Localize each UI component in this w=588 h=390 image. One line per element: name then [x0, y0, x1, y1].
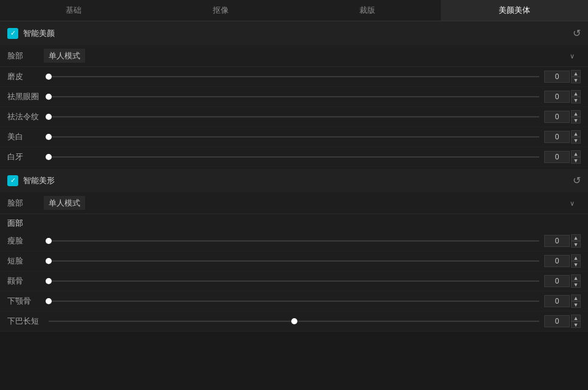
stepper-down-fawen[interactable]: ▼: [571, 117, 581, 124]
slider-track-bg-xiaba: [49, 321, 539, 322]
slider-thumb-xiahegu[interactable]: [46, 298, 52, 304]
stepper-down-quangu[interactable]: ▼: [571, 281, 581, 288]
stepper-up-xiahegu[interactable]: ▲: [571, 294, 581, 301]
beauty-section-title: 智能美颜: [23, 28, 55, 39]
slider-label-fawen: 祛法令纹: [7, 111, 44, 122]
slider-thumb-baya[interactable]: [46, 154, 52, 160]
stepper-down-meibai[interactable]: ▼: [571, 137, 581, 144]
slider-value-wrap-xiahegu: ▲ ▼: [544, 294, 581, 308]
beauty-check-icon[interactable]: ✓: [7, 28, 18, 39]
stepper-up-quangu[interactable]: ▲: [571, 274, 581, 281]
shape-check-icon[interactable]: ✓: [7, 175, 18, 186]
stepper-down-moopi[interactable]: ▼: [571, 77, 581, 83]
slider-thumb-shoulian[interactable]: [46, 238, 52, 244]
slider-thumb-quangu[interactable]: [46, 278, 52, 284]
tab-portrait[interactable]: 抠像: [147, 0, 294, 21]
slider-value-shoulian[interactable]: [544, 235, 570, 247]
slider-thumb-qheye[interactable]: [46, 94, 52, 100]
slider-value-xiahegu[interactable]: [544, 295, 570, 307]
slider-track-qheye[interactable]: [49, 91, 539, 103]
stepper-down-shoulian[interactable]: ▼: [571, 241, 581, 248]
slider-label-meibai: 美白: [7, 131, 44, 142]
slider-thumb-xiaba[interactable]: [291, 318, 297, 324]
tab-bar: 基础 抠像 裁版 美颜美体: [0, 0, 588, 21]
slider-label-xiahegu: 下颚骨: [7, 296, 44, 307]
stepper-down-duanlian[interactable]: ▼: [571, 261, 581, 268]
stepper-down-xiaba[interactable]: ▼: [571, 321, 581, 328]
slider-track-fawen[interactable]: [49, 111, 539, 123]
stepper-up-meibai[interactable]: ▲: [571, 130, 581, 137]
slider-track-bg-duanlian: [49, 260, 539, 262]
slider-label-shoulian: 瘦脸: [7, 235, 44, 246]
stepper-qheye: ▲ ▼: [571, 90, 581, 103]
stepper-up-duanlian[interactable]: ▲: [571, 254, 581, 261]
slider-row-xiaba: 下巴长短 ▲ ▼: [0, 312, 588, 332]
slider-track-bg-quangu: [49, 280, 539, 282]
slider-track-xiaba[interactable]: [49, 315, 539, 327]
shape-check-mark: ✓: [10, 176, 16, 184]
slider-value-baya[interactable]: [544, 151, 570, 163]
slider-track-meibai[interactable]: [49, 131, 539, 143]
stepper-up-qheye[interactable]: ▲: [571, 90, 581, 97]
slider-value-quangu[interactable]: [544, 275, 570, 287]
stepper-up-fawen[interactable]: ▲: [571, 110, 581, 117]
beauty-face-mode-select-wrapper: 单人模式 多人模式: [44, 49, 581, 63]
slider-track-xiahegu[interactable]: [49, 295, 539, 307]
stepper-down-qheye[interactable]: ▼: [571, 97, 581, 103]
slider-value-duanlian[interactable]: [544, 255, 570, 267]
slider-label-baya: 白牙: [7, 151, 44, 162]
slider-thumb-fawen[interactable]: [46, 114, 52, 120]
tab-beauty[interactable]: 美颜美体: [441, 0, 588, 21]
slider-value-wrap-moopi: ▲ ▼: [544, 70, 581, 83]
slider-label-xiaba: 下巴长短: [7, 316, 44, 327]
slider-track-bg-meibai: [49, 136, 539, 138]
slider-track-quangu[interactable]: [49, 275, 539, 287]
slider-value-wrap-meibai: ▲ ▼: [544, 130, 581, 144]
stepper-xiahegu: ▲ ▼: [571, 294, 581, 308]
slider-track-duanlian[interactable]: [49, 255, 539, 267]
slider-track-bg-fawen: [49, 116, 539, 117]
slider-value-xiaba[interactable]: [544, 315, 570, 327]
beauty-reset-icon[interactable]: ↺: [573, 27, 581, 39]
shape-face-mode-select[interactable]: 单人模式 多人模式: [44, 196, 85, 210]
slider-thumb-duanlian[interactable]: [46, 258, 52, 264]
stepper-up-baya[interactable]: ▲: [571, 150, 581, 157]
slider-thumb-moopi[interactable]: [46, 74, 52, 80]
tab-crop[interactable]: 裁版: [294, 0, 441, 21]
beauty-section-header-left: ✓ 智能美颜: [7, 28, 55, 39]
stepper-xiaba: ▲ ▼: [571, 315, 581, 328]
stepper-moopi: ▲ ▼: [571, 70, 581, 83]
slider-value-qheye[interactable]: [544, 91, 570, 103]
shape-reset-icon[interactable]: ↺: [573, 175, 581, 186]
slider-track-bg-moopi: [49, 76, 539, 77]
shape-sub-section-label: 面部: [0, 214, 588, 231]
slider-label-duanlian: 短脸: [7, 256, 44, 266]
slider-value-moopi[interactable]: [544, 71, 570, 83]
beauty-face-mode-select[interactable]: 单人模式 多人模式: [44, 49, 85, 63]
slider-track-bg-xiahegu: [49, 301, 539, 302]
stepper-down-baya[interactable]: ▼: [571, 157, 581, 164]
stepper-down-xiahegu[interactable]: ▼: [571, 301, 581, 308]
slider-value-fawen[interactable]: [544, 111, 570, 123]
stepper-up-shoulian[interactable]: ▲: [571, 234, 581, 241]
check-mark: ✓: [10, 29, 16, 37]
tab-basic[interactable]: 基础: [0, 0, 147, 21]
slider-track-shoulian[interactable]: [49, 235, 539, 247]
slider-track-baya[interactable]: [49, 151, 539, 163]
beauty-face-mode-row: 脸部 单人模式 多人模式: [0, 45, 588, 67]
stepper-duanlian: ▲ ▼: [571, 254, 581, 268]
slider-row-quangu: 颧骨 ▲ ▼: [0, 271, 588, 291]
slider-row-xiahegu: 下颚骨 ▲ ▼: [0, 291, 588, 312]
shape-face-label: 脸部: [7, 198, 44, 209]
stepper-up-moopi[interactable]: ▲: [571, 70, 581, 77]
slider-row-qheye: 祛黑眼圈 ▲ ▼: [0, 87, 588, 107]
stepper-up-xiaba[interactable]: ▲: [571, 315, 581, 321]
slider-value-meibai[interactable]: [544, 131, 570, 143]
slider-value-wrap-quangu: ▲ ▼: [544, 274, 581, 288]
stepper-fawen: ▲ ▼: [571, 110, 581, 124]
slider-row-meibai: 美白 ▲ ▼: [0, 127, 588, 147]
shape-face-mode-select-wrapper: 单人模式 多人模式: [44, 196, 581, 210]
slider-track-bg-baya: [49, 156, 539, 158]
slider-track-moopi[interactable]: [49, 71, 539, 83]
slider-thumb-meibai[interactable]: [46, 134, 52, 140]
